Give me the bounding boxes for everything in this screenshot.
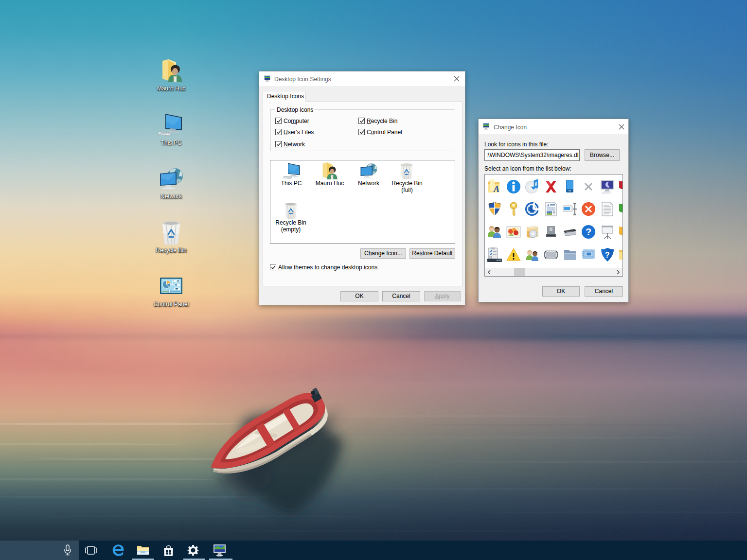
- svg-text:?: ?: [605, 251, 610, 259]
- svg-text:?: ?: [586, 227, 591, 237]
- svg-text:A: A: [546, 203, 550, 208]
- svg-text:A: A: [493, 184, 499, 194]
